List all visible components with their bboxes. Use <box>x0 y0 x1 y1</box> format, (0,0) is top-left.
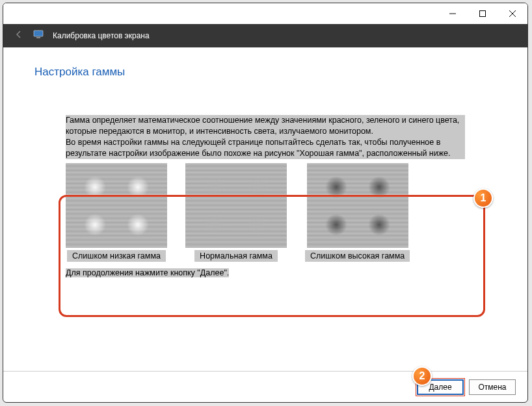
gamma-example-normal: Нормальная гамма <box>185 163 287 262</box>
cancel-button[interactable]: Отмена <box>469 379 516 395</box>
svg-rect-5 <box>36 37 40 38</box>
gamma-label-normal: Нормальная гамма <box>194 250 278 262</box>
subheader-title: Калибровка цветов экрана <box>53 31 150 40</box>
content-area: Настройка гаммы Гамма определяет математ… <box>3 47 527 371</box>
gamma-image-normal <box>185 163 287 247</box>
page-title: Настройка гаммы <box>34 66 496 79</box>
gamma-image-low <box>66 163 167 247</box>
intro-paragraph-2: Во время настройки гаммы на следующей ст… <box>66 137 465 159</box>
close-button[interactable] <box>498 3 527 24</box>
gamma-label-low: Слишком низкая гамма <box>67 250 166 262</box>
continue-text: Для продолжения нажмите кнопку "Далее". <box>66 268 229 277</box>
gamma-example-high: Слишком высокая гамма <box>305 163 410 262</box>
gamma-example-low: Слишком низкая гамма <box>66 163 167 262</box>
svg-rect-1 <box>480 11 486 17</box>
intro-paragraph-1: Гамма определяет математическое соотноше… <box>66 115 465 137</box>
subheader: Калибровка цветов экрана <box>3 24 527 47</box>
gamma-label-high: Слишком высокая гамма <box>305 250 410 262</box>
gamma-image-high <box>307 163 408 247</box>
annotation-badge-1: 1 <box>473 188 493 208</box>
svg-rect-4 <box>34 31 43 36</box>
body-block: Гамма определяет математическое соотноше… <box>66 115 465 262</box>
gamma-examples-row: Слишком низкая гамма Нормальная гамма Сл… <box>66 163 465 262</box>
calibration-window: Калибровка цветов экрана Настройка гаммы… <box>3 3 528 403</box>
back-icon[interactable] <box>14 29 24 42</box>
footer: Далее Отмена <box>3 371 527 402</box>
minimize-button[interactable] <box>438 3 468 24</box>
annotation-badge-2: 2 <box>412 366 432 386</box>
maximize-button[interactable] <box>468 3 498 24</box>
titlebar <box>3 3 527 24</box>
monitor-icon <box>33 30 44 42</box>
